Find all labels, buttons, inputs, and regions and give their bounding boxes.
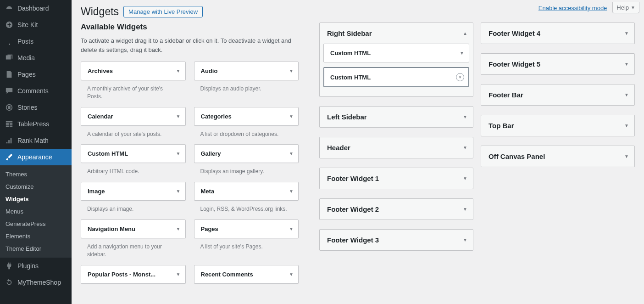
- menu-item-posts[interactable]: Posts: [0, 33, 72, 50]
- menu-item-pages[interactable]: Pages: [0, 66, 72, 83]
- chevron-down-icon: ▼: [631, 5, 635, 10]
- menu-label: Pages: [17, 71, 36, 78]
- widget-handle[interactable]: Pages▼: [194, 220, 299, 238]
- widget-desc: Displays an image.: [81, 201, 186, 220]
- chevron-down-icon: ▼: [289, 68, 294, 73]
- sidebar-area-left-sidebar: Left Sidebar▼: [319, 106, 473, 128]
- menu-item-tablepress[interactable]: TablePress: [0, 116, 72, 132]
- widget-desc: A list of your site's Pages.: [194, 238, 299, 257]
- widget-handle[interactable]: Audio▼: [194, 62, 299, 80]
- chevron-down-icon: ▼: [624, 31, 629, 36]
- sidebar-area-name: Top Bar: [489, 122, 514, 129]
- widget-desc: Displays an audio player.: [194, 80, 299, 99]
- menu-label: Plugins: [17, 262, 39, 270]
- sidebar-area-name: Footer Widget 3: [327, 236, 379, 244]
- sitekit-icon: [5, 20, 14, 29]
- widget-handle[interactable]: Image▼: [81, 182, 186, 201]
- available-widget: Gallery▼Displays an image gallery.: [194, 144, 299, 182]
- widget-desc: Add a navigation menu to your sidebar.: [81, 238, 186, 265]
- refresh-icon: [5, 278, 14, 287]
- widget-handle[interactable]: Navigation Menu▼: [81, 220, 186, 238]
- widget-desc: Login, RSS, & WordPress.org links.: [194, 201, 299, 220]
- available-widgets-panel: Available Widgets To activate a widget d…: [81, 23, 299, 295]
- available-widget: Custom HTML▼Arbitrary HTML code.: [81, 144, 186, 182]
- menu-item-mythemeshop[interactable]: MyThemeShop: [0, 274, 72, 291]
- chevron-up-icon: ▲: [463, 31, 467, 36]
- placed-widget[interactable]: Custom HTML▼: [323, 44, 469, 62]
- sidebar-area-footer-widget-1: Footer Widget 1▼: [319, 168, 473, 189]
- chevron-down-icon: ▼: [176, 189, 181, 194]
- widget-title: Categories: [201, 113, 232, 120]
- sidebar-area-header[interactable]: Header▼: [320, 137, 473, 158]
- chevron-down-icon[interactable]: ▼: [456, 73, 464, 81]
- submenu-item-themes[interactable]: Themes: [0, 168, 72, 180]
- menu-item-stories[interactable]: Stories: [0, 99, 72, 116]
- sidebar-area-footer-widget-5: Footer Widget 5▼: [481, 53, 635, 75]
- menu-item-plugins[interactable]: Plugins: [0, 258, 72, 274]
- widget-desc: [194, 284, 299, 295]
- menu-item-site-kit[interactable]: Site Kit: [0, 17, 72, 33]
- sidebar-area-header[interactable]: Footer Widget 2▼: [320, 199, 473, 220]
- sidebar-area-header[interactable]: Footer Widget 3▼: [320, 230, 473, 250]
- menu-label: MyThemeShop: [17, 279, 61, 286]
- widget-handle[interactable]: Custom HTML▼: [81, 144, 186, 163]
- menu-item-dashboard[interactable]: Dashboard: [0, 0, 72, 17]
- widget-title: Navigation Menu: [88, 225, 135, 232]
- sidebar-area-footer-widget-3: Footer Widget 3▼: [319, 229, 473, 251]
- sidebar-area-header[interactable]: Left Sidebar▼: [320, 107, 473, 127]
- sidebar-area-header[interactable]: Off Canvas Panel▼: [481, 146, 634, 167]
- menu-label: Site Kit: [17, 21, 38, 28]
- sidebar-area-header[interactable]: Footer Widget 5▼: [481, 54, 634, 74]
- comment-icon: [5, 86, 14, 96]
- chevron-down-icon: ▼: [289, 272, 294, 277]
- chevron-down-icon: ▼: [624, 62, 629, 67]
- chevron-down-icon: ▼: [463, 145, 467, 150]
- available-widget: Archives▼A monthly archive of your site'…: [81, 62, 186, 107]
- sidebar-area-off-canvas-panel: Off Canvas Panel▼: [481, 146, 635, 167]
- manage-live-preview-button[interactable]: Manage with Live Preview: [123, 6, 203, 17]
- submenu-item-widgets[interactable]: Widgets: [0, 193, 72, 205]
- available-widget: Meta▼Login, RSS, & WordPress.org links.: [194, 182, 299, 220]
- placed-widget[interactable]: Custom HTML▼: [323, 67, 469, 87]
- chevron-down-icon: ▼: [624, 123, 629, 128]
- menu-item-appearance[interactable]: Appearance: [0, 149, 72, 165]
- sidebar-area-header[interactable]: Footer Bar▼: [481, 84, 634, 105]
- available-widget: Pages▼A list of your site's Pages.: [194, 220, 299, 265]
- sidebar-area-header[interactable]: Right Sidebar▲: [320, 23, 473, 44]
- accessibility-mode-link[interactable]: Enable accessibility mode: [539, 5, 607, 11]
- widget-handle[interactable]: Archives▼: [81, 62, 186, 80]
- sidebar-area-name: Footer Widget 2: [327, 205, 379, 213]
- menu-item-comments[interactable]: Comments: [0, 83, 72, 99]
- submenu-item-generatepress[interactable]: GeneratePress: [0, 218, 72, 230]
- svg-rect-1: [8, 106, 10, 109]
- submenu-item-customize[interactable]: Customize: [0, 180, 72, 193]
- available-widget: Popular Posts - Monst...▼: [81, 265, 186, 295]
- sidebar-area-header[interactable]: Top Bar▼: [481, 115, 634, 136]
- widget-title: Audio: [201, 68, 218, 74]
- sidebar-area-header[interactable]: Footer Widget 4▼: [481, 23, 634, 44]
- menu-label: Rank Math: [17, 137, 49, 144]
- plugin-icon: [5, 261, 14, 270]
- sidebar-area-name: Footer Widget 1: [327, 175, 379, 182]
- widget-handle[interactable]: Popular Posts - Monst...▼: [81, 265, 186, 284]
- menu-label: Posts: [17, 38, 33, 45]
- widget-handle[interactable]: Gallery▼: [194, 144, 299, 163]
- widget-handle[interactable]: Calendar▼: [81, 107, 186, 126]
- widget-handle[interactable]: Categories▼: [194, 107, 299, 126]
- sidebar-area-header[interactable]: Footer Widget 1▼: [320, 168, 473, 189]
- widget-handle[interactable]: Meta▼: [194, 182, 299, 201]
- widget-handle[interactable]: Recent Comments▼: [194, 265, 299, 284]
- page-icon: [5, 70, 14, 79]
- sidebar-area-name: Footer Widget 5: [489, 60, 540, 68]
- submenu-item-theme-editor[interactable]: Theme Editor: [0, 242, 72, 255]
- menu-item-media[interactable]: Media: [0, 50, 72, 66]
- sidebar-area-footer-widget-4: Footer Widget 4▼: [481, 23, 635, 44]
- sidebar-area-footer-bar: Footer Bar▼: [481, 84, 635, 106]
- menu-item-rank-math[interactable]: Rank Math: [0, 132, 72, 149]
- widget-desc: A list or dropdown of categories.: [194, 126, 299, 145]
- help-tab[interactable]: Help ▼: [612, 2, 639, 13]
- chevron-down-icon: ▼: [463, 176, 467, 181]
- submenu-item-menus[interactable]: Menus: [0, 205, 72, 218]
- submenu-item-elements[interactable]: Elements: [0, 230, 72, 242]
- widget-title: Gallery: [201, 150, 221, 157]
